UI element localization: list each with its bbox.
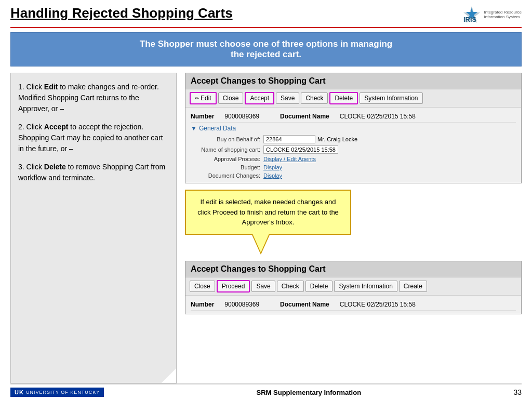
delete-button-1[interactable]: Delete — [329, 92, 358, 104]
svg-text:IRIS: IRIS — [463, 16, 477, 23]
general-data-label: General Data — [199, 125, 236, 132]
system-info-button-1[interactable]: System Information — [360, 92, 422, 104]
instruction-3: 3. Click Delete to remove Shopping Cart … — [18, 162, 169, 183]
header: Handling Rejected Shopping Carts IRIS In… — [10, 5, 522, 28]
save-button-1[interactable]: Save — [276, 92, 299, 104]
number-value-1: 9000089369 — [224, 113, 259, 120]
field-label-1: Name of shopping cart: — [191, 147, 263, 153]
save-button-2[interactable]: Save — [251, 281, 275, 292]
number-label-2: Number — [191, 301, 214, 308]
pencil-icon: ✏ — [195, 96, 199, 101]
uk-logo: UK UNIVERSITY OF KENTUCKY — [10, 388, 104, 397]
instruction-3-bold: Delete — [44, 163, 66, 171]
close-button-2[interactable]: Close — [190, 281, 215, 292]
instruction-2: 2. Click Accept to accept the rejection.… — [18, 122, 169, 154]
number-value-2: 9000089369 — [224, 301, 259, 308]
delete-button-2[interactable]: Delete — [305, 281, 333, 292]
cart-fields-2: Number 9000089369 Document Name CLOCKE 0… — [185, 296, 521, 314]
close-button-1[interactable]: Close — [218, 92, 244, 104]
footer-page-number: 33 — [513, 388, 522, 396]
left-panel: 1. Click Edit to make changes and re-ord… — [10, 73, 177, 383]
footer: UK UNIVERSITY OF KENTUCKY SRM Supplement… — [10, 383, 522, 399]
instruction-2-bold: Accept — [44, 123, 69, 131]
cart-number-row-2: Number 9000089369 Document Name CLOCKE 0… — [191, 299, 516, 311]
callout-text: If edit is selected, make needed changes… — [197, 198, 339, 226]
cart-panel-2-title: Accept Changes to Shopping Cart — [185, 261, 521, 277]
field-row-2: Approval Process: Display / Edit Agents — [191, 155, 516, 163]
doc-name-value-2: CLOCKE 02/25/2015 15:58 — [340, 301, 416, 308]
field-extra-0: Mr. Craig Locke — [315, 136, 357, 142]
field-label-0: Buy on Behalf of: — [191, 136, 263, 142]
field-row-1: Name of shopping cart: CLOCKE 02/25/2015… — [191, 144, 516, 155]
banner-line1: The Shopper must choose one of three opt… — [140, 39, 392, 49]
check-button-1[interactable]: Check — [301, 92, 328, 104]
callout-arrow-inner — [252, 234, 269, 252]
cart-fields-1: Number 9000089369 Document Name CLOCKE 0… — [185, 108, 521, 183]
callout-box: If edit is selected, make needed changes… — [185, 190, 351, 235]
callout-container: If edit is selected, make needed changes… — [185, 188, 522, 235]
field-value-1: CLOCKE 02/25/2015 15:58 — [263, 145, 338, 154]
doc-name-value-1: CLOCKE 02/25/2015 15:58 — [340, 113, 416, 120]
uk-logo-text: UK — [15, 389, 24, 395]
triangle-icon: ▼ — [191, 125, 197, 132]
edit-button[interactable]: ✏ Edit — [190, 92, 217, 104]
uk-logo-subtext: UNIVERSITY OF KENTUCKY — [26, 390, 100, 395]
cart-panel-2: Accept Changes to Shopping Cart Close Pr… — [185, 261, 522, 314]
cart-panel-1-title: Accept Changes to Shopping Cart — [185, 73, 521, 89]
main-content: 1. Click Edit to make changes and re-ord… — [10, 73, 522, 383]
footer-center-text: SRM Supplementary Information — [257, 389, 362, 396]
accept-button[interactable]: Accept — [245, 92, 274, 104]
logo-area: IRIS Integrated Resource Information Sys… — [462, 5, 522, 24]
cart-number-row-1: Number 9000089369 Document Name CLOCKE 0… — [191, 111, 516, 123]
field-label-2: Approval Process: — [191, 156, 263, 162]
page-title: Handling Rejected Shopping Carts — [10, 5, 233, 21]
create-button[interactable]: Create — [399, 281, 427, 292]
instruction-3-prefix: 3. Click — [18, 163, 44, 171]
iris-logo: IRIS Integrated Resource Information Sys… — [462, 5, 522, 24]
page: Handling Rejected Shopping Carts IRIS In… — [0, 0, 532, 399]
iris-logo-icon: IRIS — [462, 5, 481, 24]
iris-subtitle-1: Integrated Resource — [484, 10, 522, 15]
banner: The Shopper must choose one of three opt… — [10, 32, 522, 66]
cart-panel-1: Accept Changes to Shopping Cart ✏ Edit C… — [185, 73, 522, 183]
field-row-0: Buy on Behalf of: 22864 Mr. Craig Locke — [191, 134, 516, 144]
banner-line2: the rejected cart. — [231, 49, 301, 59]
field-value-4[interactable]: Display — [263, 172, 282, 179]
iris-subtitle-2: Information System — [484, 15, 522, 19]
field-row-4: Document Changes: Display — [191, 171, 516, 180]
right-content: Accept Changes to Shopping Cart ✏ Edit C… — [185, 73, 522, 383]
instruction-2-prefix: 2. Click — [18, 123, 44, 131]
number-label-1: Number — [191, 113, 214, 120]
field-value-0: 22864 — [263, 135, 315, 143]
field-row-3: Budget: Display — [191, 163, 516, 171]
cart-toolbar-2: Close Proceed Save Check Delete System I… — [185, 277, 521, 296]
field-value-3[interactable]: Display — [263, 164, 282, 170]
instruction-1-prefix: 1. Click — [18, 83, 44, 91]
doc-name-label-2: Document Name — [280, 301, 329, 308]
doc-name-label-1: Document Name — [280, 113, 329, 120]
field-label-3: Budget: — [191, 164, 263, 170]
field-value-2[interactable]: Display / Edit Agents — [263, 156, 316, 162]
check-button-2[interactable]: Check — [277, 281, 304, 292]
system-info-button-2[interactable]: System Information — [334, 281, 397, 292]
cart-toolbar-1: ✏ Edit Close Accept Save Check Delete Sy… — [185, 89, 521, 108]
field-label-4: Document Changes: — [191, 172, 263, 179]
general-data-toggle[interactable]: ▼ General Data — [191, 123, 516, 134]
proceed-button[interactable]: Proceed — [217, 280, 250, 292]
instruction-1-bold: Edit — [44, 83, 58, 91]
instruction-1: 1. Click Edit to make changes and re-ord… — [18, 82, 169, 114]
iris-text: Integrated Resource Information System — [484, 10, 522, 19]
